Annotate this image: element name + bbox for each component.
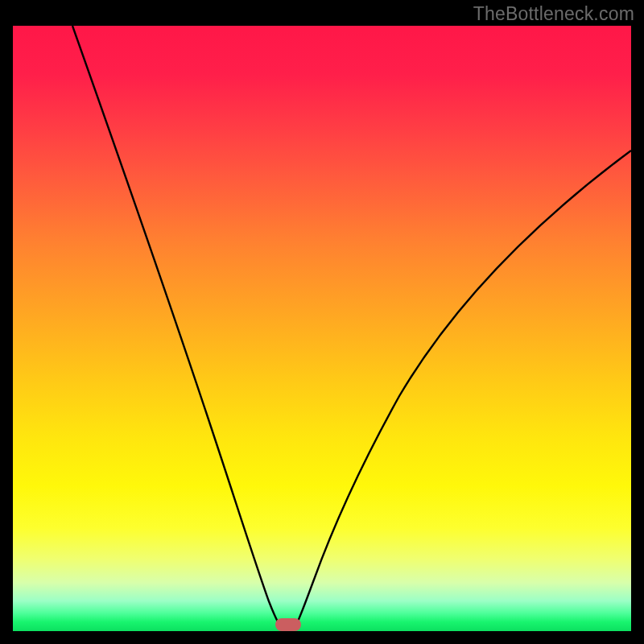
optimum-marker: [275, 618, 301, 631]
plot-frame: [13, 26, 631, 631]
background-gradient: [13, 26, 631, 631]
watermark-text: TheBottleneck.com: [473, 3, 634, 25]
